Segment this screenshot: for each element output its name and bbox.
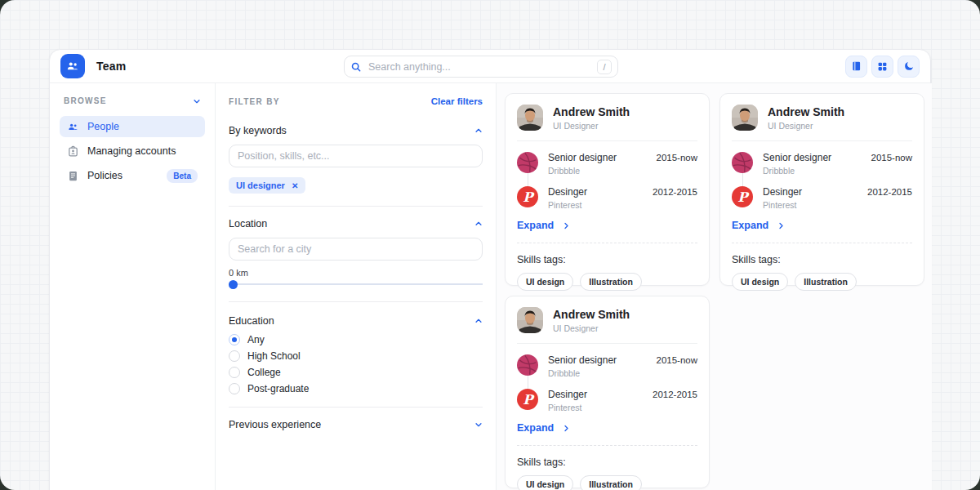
browse-label: BROWSE bbox=[64, 96, 107, 105]
app-header: Team / bbox=[50, 50, 930, 83]
experience-row: P Desinger Pinterest 2012-2015 bbox=[517, 186, 697, 210]
app-window: Team / bbox=[0, 0, 980, 490]
previous-experience-section-header[interactable]: Previous experience bbox=[229, 419, 483, 430]
experience-company: Dribbble bbox=[763, 166, 831, 176]
previous-experience-title: Previous experience bbox=[229, 419, 321, 430]
skills-label: Skills tags: bbox=[517, 457, 697, 468]
radio-icon[interactable] bbox=[229, 350, 240, 362]
filter-by-label: FILTER BY bbox=[229, 97, 280, 106]
experience-company: Pinterest bbox=[763, 200, 802, 210]
sidebar-item-policies[interactable]: Policies Beta bbox=[60, 165, 205, 186]
keywords-section-header[interactable]: By keywords bbox=[229, 125, 483, 136]
card-divider-dashed bbox=[517, 445, 697, 446]
radio-icon[interactable] bbox=[229, 367, 240, 378]
search-shortcut-key: / bbox=[597, 60, 612, 74]
card-divider-dashed bbox=[732, 243, 912, 243]
expand-link[interactable]: Expand bbox=[517, 422, 570, 434]
remove-tag-icon[interactable]: ✕ bbox=[292, 181, 298, 190]
experience-title: Desinger bbox=[763, 186, 802, 198]
book-icon bbox=[851, 60, 862, 72]
pinterest-icon: P bbox=[517, 389, 538, 410]
chevron-up-icon bbox=[474, 220, 483, 228]
education-title: Education bbox=[229, 315, 274, 327]
skills-label: Skills tags: bbox=[732, 254, 912, 265]
experience-title: Desinger bbox=[548, 186, 587, 198]
keyword-tag[interactable]: UI designer ✕ bbox=[229, 177, 305, 194]
sidebar-nav: People Managing accounts bbox=[60, 116, 205, 186]
dribbble-icon bbox=[517, 152, 538, 173]
global-search[interactable]: / bbox=[344, 56, 618, 78]
main-panel: Team / bbox=[49, 49, 931, 490]
radio-option-college[interactable]: College bbox=[229, 367, 483, 378]
person-role: UI Designer bbox=[553, 121, 630, 131]
skill-tag[interactable]: Illustration bbox=[580, 475, 642, 490]
experience-company: Pinterest bbox=[548, 403, 587, 412]
bookmarks-button[interactable] bbox=[845, 56, 867, 78]
radio-icon[interactable] bbox=[229, 383, 240, 394]
experience-company: Dribbble bbox=[548, 368, 617, 378]
radio-option-any[interactable]: Any bbox=[229, 334, 483, 345]
filter-panel: FILTER BY Clear filters By keywords UI d… bbox=[215, 83, 497, 490]
sidebar-item-label: Managing accounts bbox=[87, 145, 176, 157]
expand-link[interactable]: Expand bbox=[517, 220, 570, 231]
app-logo bbox=[60, 54, 85, 78]
grid-icon bbox=[877, 61, 888, 72]
chevron-right-icon bbox=[563, 222, 570, 229]
page-title: Team bbox=[96, 60, 126, 73]
experience-period: 2015-now bbox=[656, 152, 697, 163]
location-title: Location bbox=[229, 218, 267, 229]
experience-row: Senior designer Dribbble 2015-now bbox=[517, 152, 697, 176]
slider-thumb[interactable] bbox=[229, 280, 238, 289]
chevron-up-icon bbox=[474, 317, 483, 325]
city-search-input[interactable] bbox=[229, 238, 483, 261]
sidebar-item-managing-accounts[interactable]: Managing accounts bbox=[60, 140, 205, 162]
experience-title: Desinger bbox=[548, 389, 587, 400]
search-icon bbox=[350, 61, 362, 73]
experience-title: Senior designer bbox=[548, 354, 617, 366]
card-divider bbox=[732, 140, 912, 141]
experience-row: P Desinger Pinterest 2012-2015 bbox=[732, 186, 912, 210]
apps-grid-button[interactable] bbox=[871, 56, 893, 78]
sidebar-item-people[interactable]: People bbox=[60, 116, 205, 137]
radio-option-post-graduate[interactable]: Post-graduate bbox=[229, 383, 483, 394]
experience-period: 2015-now bbox=[871, 152, 912, 163]
card-divider-dashed bbox=[517, 243, 697, 243]
skill-tag[interactable]: UI design bbox=[517, 475, 573, 490]
slider-track[interactable] bbox=[229, 283, 483, 285]
clear-filters-link[interactable]: Clear filters bbox=[431, 96, 483, 106]
experience-title: Senior designer bbox=[763, 152, 831, 163]
beta-badge: Beta bbox=[167, 169, 198, 183]
search-input[interactable] bbox=[368, 61, 597, 73]
expand-link[interactable]: Expand bbox=[732, 220, 785, 231]
header-actions bbox=[845, 56, 920, 78]
experience-period: 2012-2015 bbox=[653, 186, 697, 197]
experience-period: 2012-2015 bbox=[867, 186, 912, 197]
radio-selected-icon[interactable] bbox=[229, 334, 240, 345]
radio-option-high-school[interactable]: High School bbox=[229, 350, 483, 362]
experience-row: Senior designer Dribbble 2015-now bbox=[732, 152, 912, 176]
experience-company: Pinterest bbox=[548, 200, 587, 210]
keywords-input[interactable] bbox=[229, 145, 483, 167]
browse-section-header[interactable]: BROWSE bbox=[60, 96, 205, 105]
skill-tag[interactable]: Illustration bbox=[795, 273, 857, 291]
chevron-right-icon bbox=[563, 425, 570, 432]
skill-tag[interactable]: UI design bbox=[517, 273, 573, 291]
location-section-header[interactable]: Location bbox=[229, 218, 483, 229]
distance-value-label: 0 km bbox=[229, 268, 483, 278]
person-role: UI Designer bbox=[553, 323, 630, 333]
skill-tag[interactable]: UI design bbox=[732, 273, 788, 291]
experience-row: Senior designer Dribbble 2015-now bbox=[517, 354, 697, 378]
education-section-header[interactable]: Education bbox=[229, 315, 483, 327]
pinterest-icon: P bbox=[732, 186, 753, 207]
skill-tag[interactable]: Illustration bbox=[580, 273, 642, 291]
badge-person-icon bbox=[67, 145, 79, 158]
person-role: UI Designer bbox=[768, 121, 844, 131]
filter-divider bbox=[229, 301, 483, 302]
experience-period: 2012-2015 bbox=[653, 389, 697, 399]
app-body: BROWSE People bbox=[50, 83, 930, 490]
dark-mode-button[interactable] bbox=[898, 56, 920, 78]
chevron-down-icon bbox=[474, 421, 483, 429]
distance-slider[interactable] bbox=[229, 279, 483, 289]
person-name: Andrew Smith bbox=[553, 105, 630, 118]
card-divider bbox=[517, 343, 697, 344]
